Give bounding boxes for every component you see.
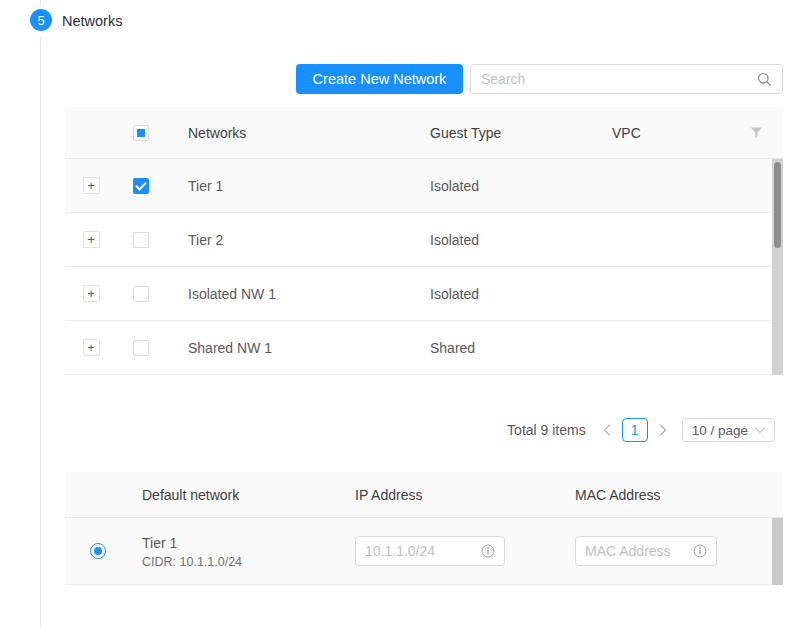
expand-row-button[interactable]: + — [83, 339, 100, 356]
expand-row-button[interactable]: + — [83, 285, 100, 302]
network-name: Tier 2 — [165, 232, 422, 248]
expand-row-button[interactable]: + — [83, 177, 100, 194]
row-checkbox[interactable] — [133, 232, 149, 248]
column-header-ip-address: IP Address — [347, 487, 567, 503]
default-network-name: Tier 1 — [142, 534, 347, 552]
default-network-table: Default network IP Address MAC Address T… — [65, 472, 783, 585]
expand-row-button[interactable]: + — [83, 231, 100, 248]
step-number-badge: 5 — [30, 9, 52, 31]
next-page-button[interactable] — [654, 418, 672, 442]
column-header-networks: Networks — [165, 125, 422, 141]
row-checkbox[interactable] — [133, 286, 149, 302]
pagination-total: Total 9 items — [507, 422, 586, 438]
guest-type: Isolated — [422, 286, 604, 302]
network-name: Shared NW 1 — [165, 340, 422, 356]
page-1-button[interactable]: 1 — [622, 418, 648, 442]
row-checkbox[interactable] — [133, 340, 149, 356]
mac-address-input[interactable] — [585, 543, 693, 559]
default-network-table-body: Tier 1 CIDR: 10.1.1.0/24 — [65, 518, 783, 585]
column-header-guest-type: Guest Type — [422, 125, 604, 141]
ip-address-field[interactable] — [355, 536, 505, 566]
step-number: 5 — [37, 13, 44, 28]
column-header-vpc: VPC — [604, 125, 740, 141]
table-scrollbar-track — [772, 159, 783, 375]
default-network-row[interactable]: Tier 1 CIDR: 10.1.1.0/24 — [65, 518, 772, 585]
search-input[interactable] — [481, 71, 757, 87]
create-new-network-button[interactable]: Create New Network — [296, 64, 463, 94]
guest-type: Isolated — [422, 178, 604, 194]
default-network-radio[interactable] — [90, 543, 106, 559]
search-icon[interactable] — [757, 72, 772, 87]
prev-page-button[interactable] — [598, 418, 616, 442]
table-row[interactable]: + Isolated NW 1 Isolated — [65, 267, 772, 321]
table-scrollbar-thumb[interactable] — [774, 162, 781, 248]
networks-table-header: Networks Guest Type VPC — [65, 107, 783, 159]
page-size-select[interactable]: 10 / page — [682, 418, 775, 442]
step-connector-top — [40, 0, 41, 6]
table2-scrollbar-track — [772, 518, 783, 585]
table-row[interactable]: + Tier 1 Isolated — [65, 159, 772, 213]
default-network-cidr: CIDR: 10.1.1.0/24 — [142, 555, 347, 569]
chevron-down-icon — [755, 427, 765, 434]
row-checkbox[interactable] — [133, 178, 149, 194]
networks-table-body: + Tier 1 Isolated + Tier 2 Isolated + Is… — [65, 159, 783, 375]
pagination: Total 9 items 1 10 / page — [507, 418, 775, 442]
guest-type: Isolated — [422, 232, 604, 248]
networks-table: Networks Guest Type VPC + Tier 1 Isolate… — [65, 107, 783, 375]
networks-step-screen: 5 Networks Create New Network Networks G… — [0, 0, 805, 628]
info-icon — [693, 544, 707, 558]
network-name: Tier 1 — [165, 178, 422, 194]
default-network-table-header: Default network IP Address MAC Address — [65, 472, 783, 518]
info-icon — [481, 544, 495, 558]
step-title: Networks — [62, 13, 122, 29]
column-header-mac-address: MAC Address — [567, 487, 772, 503]
mac-address-field[interactable] — [575, 536, 717, 566]
column-header-default-network: Default network — [130, 487, 347, 503]
ip-address-input[interactable] — [365, 543, 481, 559]
filter-icon[interactable] — [750, 127, 763, 139]
filter-cell — [740, 127, 772, 139]
select-all-checkbox[interactable] — [133, 125, 149, 141]
page-size-value: 10 / page — [692, 423, 748, 438]
step-connector — [40, 36, 41, 628]
table-row[interactable]: + Shared NW 1 Shared — [65, 321, 772, 375]
table-row[interactable]: + Tier 2 Isolated — [65, 213, 772, 267]
default-network-name-cell: Tier 1 CIDR: 10.1.1.0/24 — [130, 534, 347, 569]
guest-type: Shared — [422, 340, 604, 356]
search-box[interactable] — [470, 64, 783, 94]
network-name: Isolated NW 1 — [165, 286, 422, 302]
select-all-cell — [117, 125, 165, 141]
